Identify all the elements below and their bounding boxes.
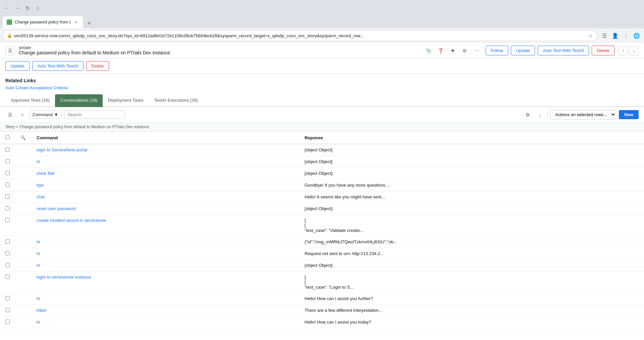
command-select[interactable]: Command ▼ [30, 110, 61, 119]
filter-button[interactable]: ▿ [17, 110, 27, 119]
command-link[interactable]: chai [37, 194, 45, 199]
command-link[interactable]: hi [37, 263, 40, 268]
row-checkbox[interactable] [5, 308, 10, 312]
secondary-actions: Update Auto Test With TestAI Delete [0, 58, 644, 74]
row-checkbox[interactable] [5, 296, 10, 300]
update-button[interactable]: Update [511, 46, 535, 55]
command-link[interactable]: reset user password [37, 206, 76, 211]
conversations-table: 🔍 Command Reponse login to ServiceNow po… [0, 132, 644, 328]
search-icon[interactable]: 🔍 [20, 135, 26, 140]
active-tab[interactable]: Change password policy from c ✕ [3, 16, 83, 28]
table-body: login to ServiceNow portal[object Object… [0, 144, 644, 328]
select-all-checkbox[interactable] [5, 135, 10, 139]
auto-test-button[interactable]: Auto Test With TestAI [538, 46, 589, 55]
tab-testai-executions[interactable]: TestAI Executions (39) [149, 94, 203, 107]
row-checkbox[interactable] [5, 159, 10, 163]
secondary-delete-button[interactable]: Delete [86, 61, 109, 71]
list-view-button[interactable]: ☰ [5, 110, 15, 119]
row-checkbox[interactable] [5, 147, 10, 152]
home-button[interactable]: ⌂ [33, 3, 42, 13]
row-checkbox[interactable] [5, 183, 10, 187]
row-checkbox[interactable] [5, 275, 10, 279]
table-row: chick filet[object Object] [0, 168, 644, 180]
row-checkbox[interactable] [5, 320, 10, 324]
row-checkbox[interactable] [5, 171, 10, 175]
tabs-container: Approved Tests (26) Conversations (19) D… [0, 94, 644, 107]
next-record-button[interactable]: ↓ [629, 46, 639, 55]
command-link[interactable]: login to ServiceNow portal [37, 147, 87, 152]
row-checkbox-cell [0, 260, 15, 272]
response-cell: Hello! How can I assist you today? [299, 317, 644, 328]
row-checkbox-cell [0, 168, 15, 180]
sidebar-toggle-button[interactable]: ☰ [5, 46, 15, 55]
table-row: hiHello! How can I assist you today? [0, 317, 644, 328]
response-cell: {"id":"msg_mMRtkJ7QwzlTzkmvIHLj6SIU","ob… [299, 236, 644, 248]
profile-icon[interactable]: 👤 [610, 31, 620, 40]
new-button[interactable]: New [619, 110, 639, 119]
new-tab-button[interactable]: + [84, 19, 94, 28]
table-row: byeGoodbye! If you have any more questio… [0, 180, 644, 191]
follow-button[interactable]: Follow [486, 46, 508, 55]
tab-conversations[interactable]: Conversations (19) [55, 94, 103, 107]
column-settings-icon[interactable]: ⚙ [523, 110, 532, 119]
reload-button[interactable]: ↻ [23, 3, 32, 13]
row-checkbox[interactable] [5, 218, 10, 222]
search-icon-header: 🔍 [15, 132, 31, 144]
select-all-cell [0, 132, 15, 144]
search-input[interactable] [64, 110, 124, 119]
actions-select[interactable]: Actions on selected rows... Delete Expor… [550, 110, 616, 119]
more-icon[interactable]: ⋯ [472, 46, 482, 55]
row-checkbox[interactable] [5, 239, 10, 244]
command-link[interactable]: chick filet [37, 171, 54, 176]
command-link[interactable]: hi [37, 239, 40, 244]
row-icon-cell [15, 260, 31, 272]
table-row: hiRequest not sent to uri= http://13.234… [0, 248, 644, 260]
secondary-auto-test-button[interactable]: Auto Test With TestAI [32, 61, 84, 71]
row-checkbox[interactable] [5, 194, 10, 199]
command-cell: chick filet [31, 168, 299, 180]
command-column-header[interactable]: Command [31, 132, 299, 144]
help-icon[interactable]: ❓ [436, 46, 445, 55]
auto-create-link[interactable]: Auto Create Acceptance Criteria [5, 85, 68, 90]
tab-deployment-tasks[interactable]: Deployment Tasks [103, 94, 149, 107]
tab-approved-tests[interactable]: Approved Tests (26) [5, 94, 55, 107]
toolbar-divider [547, 111, 547, 118]
add-icon[interactable]: ✚ [448, 46, 458, 55]
table: 🔍 Command Reponse login to ServiceNow po… [0, 132, 644, 328]
bookmark-icon[interactable]: ☆ [588, 33, 593, 39]
command-cell: hi [31, 317, 299, 328]
table-row: chaiHello! It seems like you might have … [0, 191, 644, 203]
row-checkbox[interactable] [5, 251, 10, 255]
settings-icon[interactable]: ⚙ [460, 46, 470, 55]
delete-button[interactable]: Delete [592, 46, 614, 55]
row-checkbox[interactable] [5, 263, 10, 267]
command-link[interactable]: triber [37, 308, 47, 313]
row-icon-cell [15, 236, 31, 248]
forward-button[interactable]: → [13, 3, 22, 13]
command-link[interactable]: hi [37, 251, 40, 256]
back-button[interactable]: ← [3, 3, 12, 13]
tab-bar: Change password policy from c ✕ + [0, 16, 644, 28]
filter-text: Story = Change password policy from defa… [5, 125, 150, 129]
command-link[interactable]: hi [37, 320, 40, 325]
attachment-icon[interactable]: 📎 [424, 46, 433, 55]
prev-record-button[interactable]: ↑ [619, 46, 628, 55]
command-cell: hi [31, 236, 299, 248]
command-link[interactable]: hi [37, 159, 40, 164]
extensions-icon[interactable]: ☰ [600, 31, 609, 40]
command-cell: login to ServiceNow portal [31, 144, 299, 156]
address-bar[interactable]: 🔒 ven05139.service-now.com/x_qdsdp_coco_… [3, 30, 597, 41]
download-icon[interactable]: ↓ [535, 110, 544, 119]
tab-close-button[interactable]: ✕ [73, 19, 79, 25]
menu-icon[interactable]: ⋮ [621, 31, 631, 40]
command-link[interactable]: hi [37, 296, 40, 301]
secondary-update-button[interactable]: Update [5, 61, 30, 71]
command-link[interactable]: login to servicenow instance [37, 275, 91, 280]
command-link[interactable]: bye [37, 183, 44, 188]
chevron-down-icon: ▼ [54, 112, 58, 117]
row-checkbox[interactable] [5, 206, 10, 210]
globe-icon[interactable]: 🌐 [632, 31, 641, 40]
command-link[interactable]: create incident record in servicenow [37, 218, 106, 223]
response-cell: [ [ "test_case": "Login to S... [299, 272, 644, 293]
row-checkbox-cell [0, 203, 15, 215]
